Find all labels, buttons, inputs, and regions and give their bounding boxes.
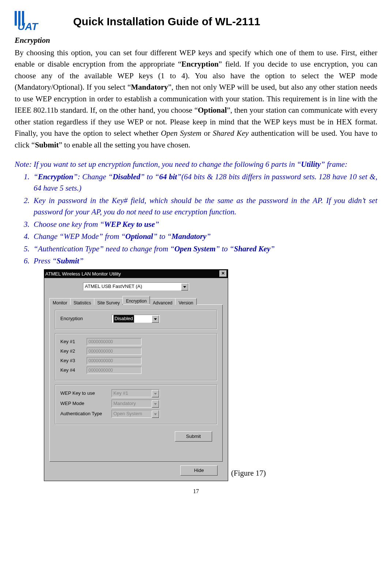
adapter-value: ATMEL USB FastVNET (A) bbox=[85, 283, 142, 290]
dialog-titlebar[interactable]: ATMEL Wireless LAN Monitor Utility ✕ bbox=[44, 270, 228, 278]
encryption-select[interactable]: Disabled bbox=[112, 315, 160, 323]
wep-mode-select[interactable]: Mandatory bbox=[112, 400, 160, 408]
chevron-down-icon[interactable] bbox=[152, 400, 159, 408]
chevron-down-icon[interactable] bbox=[152, 410, 159, 418]
para-bold-encryption: Encryption bbox=[181, 60, 219, 68]
auth-type-value: Open System bbox=[113, 410, 142, 417]
adapter-select[interactable]: ATMEL USB FastVNET (A) bbox=[83, 282, 189, 290]
tab-advanced[interactable]: Advanced bbox=[150, 298, 176, 305]
tab-site-survey[interactable]: Site Survey bbox=[94, 298, 123, 305]
key4-label: Key #4 bbox=[60, 367, 87, 374]
key4-input[interactable]: 0000000000 bbox=[87, 367, 142, 374]
wep-mode-value: Mandatory bbox=[113, 400, 136, 407]
document-title: Quick Installation Guide of WL-2111 bbox=[73, 13, 260, 30]
chevron-down-icon[interactable] bbox=[152, 315, 159, 323]
note-intro-utility: Utility bbox=[301, 160, 321, 169]
wep-key-label: WEP Key to use bbox=[60, 390, 112, 397]
tab-page-encryption: Encryption Disabled Key #1 0000000000 Ke… bbox=[49, 304, 223, 462]
group-encryption: Encryption Disabled bbox=[55, 310, 217, 330]
note-item-2: Key in password in the Key# field, which… bbox=[31, 195, 377, 218]
figure-17-row: ATMEL Wireless LAN Monitor Utility ✕ ATM… bbox=[44, 269, 377, 481]
note-intro-text: Note: If you want to set up encryption f… bbox=[15, 160, 301, 169]
note-intro-text: ” frame: bbox=[321, 160, 347, 169]
encryption-value: Disabled bbox=[113, 315, 134, 323]
note-item-1: “Encryption”: Change “Disabled” to “64 b… bbox=[31, 171, 377, 194]
para-bold-submit: Submit bbox=[35, 140, 59, 149]
key2-input[interactable]: 0000000000 bbox=[87, 348, 142, 355]
chevron-down-icon[interactable] bbox=[152, 390, 159, 397]
auth-type-select[interactable]: Open System bbox=[112, 410, 160, 418]
note-item-3: Choose one key from “WEP Key to use” bbox=[31, 219, 377, 230]
para-italic-opensystem: Open System bbox=[161, 129, 201, 138]
figure-caption: (Figure 17) bbox=[231, 468, 266, 481]
dialog-title: ATMEL Wireless LAN Monitor Utility bbox=[45, 270, 121, 278]
chevron-down-icon[interactable] bbox=[181, 283, 188, 290]
wep-key-select[interactable]: Key #1 bbox=[112, 389, 160, 397]
auth-type-label: Authentication Type bbox=[60, 410, 112, 417]
para-bold-mandatory: Mandatory bbox=[131, 83, 168, 91]
note-list: “Encryption”: Change “Disabled” to “64 b… bbox=[15, 171, 377, 267]
tab-monitor[interactable]: Monitor bbox=[49, 298, 71, 305]
note-intro: Note: If you want to set up encryption f… bbox=[15, 159, 377, 170]
para-italic-sharedkey: Shared Key bbox=[213, 129, 249, 138]
para-text: ” to enable all the setting you have cho… bbox=[59, 140, 191, 149]
wep-mode-label: WEP Mode bbox=[60, 400, 112, 407]
page-header: UAT Quick Installation Guide of WL-2111 bbox=[15, 11, 377, 31]
para-text: or bbox=[201, 129, 213, 138]
section-heading-encryption: Encryption bbox=[15, 35, 377, 46]
note-item-5: “Authentication Type” need to change fro… bbox=[31, 243, 377, 255]
tab-version[interactable]: Version bbox=[175, 298, 196, 305]
hide-button[interactable]: Hide bbox=[180, 465, 218, 476]
key3-input[interactable]: 0000000000 bbox=[87, 357, 142, 364]
key3-label: Key #3 bbox=[60, 357, 87, 364]
encryption-label: Encryption bbox=[60, 315, 112, 322]
close-icon[interactable]: ✕ bbox=[219, 270, 227, 277]
group-wep-settings: WEP Key to use Key #1 WEP Mode Mandatory bbox=[55, 385, 217, 425]
key1-input[interactable]: 0000000000 bbox=[87, 338, 142, 345]
atmel-utility-dialog: ATMEL Wireless LAN Monitor Utility ✕ ATM… bbox=[44, 269, 228, 481]
dialog-body: ATMEL USB FastVNET (A) Monitor Statistic… bbox=[44, 278, 228, 481]
note-item-6: Press “Submit” bbox=[31, 255, 377, 267]
page-number: 17 bbox=[15, 487, 377, 496]
para-bold-optional: Optional bbox=[198, 106, 227, 115]
encryption-paragraph: By choosing this option, you can set fou… bbox=[15, 47, 377, 151]
tab-statistics[interactable]: Statistics bbox=[70, 298, 94, 305]
wep-key-value: Key #1 bbox=[113, 390, 128, 397]
submit-button[interactable]: Submit bbox=[175, 431, 212, 442]
note-item-4: Change “WEP Mode” from “Optional” to “Ma… bbox=[31, 231, 377, 243]
tab-bar: Monitor Statistics Site Survey Encryptio… bbox=[49, 296, 223, 305]
svg-text:UAT: UAT bbox=[18, 21, 39, 31]
uat-logo: UAT bbox=[15, 11, 51, 31]
svg-rect-0 bbox=[15, 11, 17, 26]
group-keys: Key #1 0000000000 Key #2 0000000000 Key … bbox=[55, 333, 217, 381]
key2-label: Key #2 bbox=[60, 348, 87, 355]
tab-encryption[interactable]: Encryption bbox=[122, 296, 150, 304]
key1-label: Key #1 bbox=[60, 338, 87, 345]
